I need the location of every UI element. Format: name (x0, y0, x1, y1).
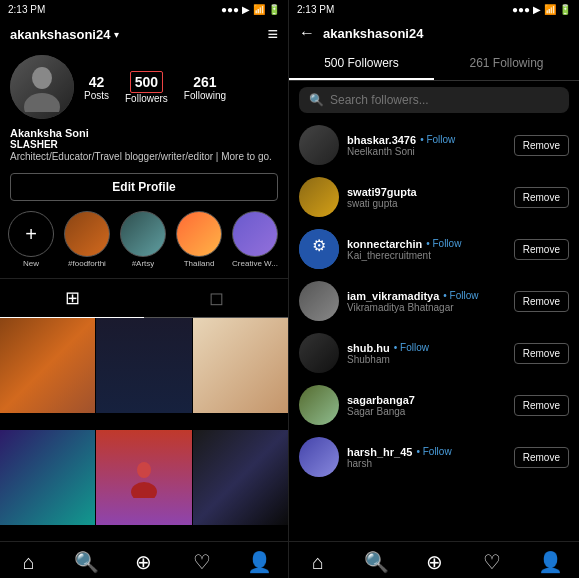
tab-tagged[interactable]: ◻ (144, 279, 288, 318)
right-nav-search[interactable]: 🔍 (347, 550, 405, 574)
follower-username-row: shub.hu • Follow (347, 342, 506, 354)
back-arrow-icon[interactable]: ← (299, 24, 315, 42)
left-bottom-nav: ⌂ 🔍 ⊕ ♡ 👤 (0, 541, 288, 578)
story-label-1: #foodforthi (68, 259, 106, 268)
followers-stat[interactable]: 500 Followers (125, 71, 168, 104)
following-count: 261 (193, 74, 216, 90)
follower-username-row: bhaskar.3476 • Follow (347, 134, 506, 146)
search-input[interactable] (330, 93, 559, 107)
left-status-icons: ●●● ▶ 📶 🔋 (221, 4, 280, 15)
follower-username: iam_vikramaditya (347, 290, 439, 302)
grid-photo-2[interactable] (96, 318, 191, 413)
remove-button[interactable]: Remove (514, 447, 569, 468)
follower-realname: Kai_therecruitment (347, 250, 506, 261)
list-item: iam_vikramaditya • Follow Vikramaditya B… (289, 275, 579, 327)
story-add[interactable]: + New (8, 211, 54, 268)
heart-nav-icon: ♡ (193, 550, 211, 574)
remove-button[interactable]: Remove (514, 291, 569, 312)
add-nav-icon: ⊕ (135, 550, 152, 574)
follower-username-row: sagarbanga7 (347, 394, 506, 406)
nav-heart[interactable]: ♡ (173, 550, 231, 574)
story-img-3 (176, 211, 222, 257)
add-story-circle[interactable]: + (8, 211, 54, 257)
list-item: bhaskar.3476 • Follow Neelkanth Soni Rem… (289, 119, 579, 171)
tab-followers[interactable]: 500 Followers (289, 48, 434, 80)
tab-following[interactable]: 261 Following (434, 48, 579, 80)
right-nav-home[interactable]: ⌂ (289, 550, 347, 574)
edit-profile-button[interactable]: Edit Profile (10, 173, 278, 201)
photo-grid (0, 318, 288, 541)
right-time: 2:13 PM (297, 4, 334, 15)
story-3[interactable]: Thailand (176, 211, 222, 268)
follow-link[interactable]: • Follow (443, 290, 478, 301)
follow-link[interactable]: • Follow (426, 238, 461, 249)
remove-button[interactable]: Remove (514, 135, 569, 156)
story-img-4 (232, 211, 278, 257)
follower-username: konnectarchin (347, 238, 422, 250)
grid-photo-5[interactable] (96, 430, 191, 525)
follow-link[interactable]: • Follow (394, 342, 429, 353)
story-new-label: New (23, 259, 39, 268)
bio-tag: SLASHER (10, 139, 278, 150)
stories-row: + New #foodforthi #Artsy Thailand Creati… (0, 205, 288, 274)
bio-name: Akanksha Soni (10, 127, 278, 139)
nav-home[interactable]: ⌂ (0, 550, 58, 574)
grid-photo-4[interactable] (0, 430, 95, 525)
svg-point-0 (32, 67, 52, 89)
right-status-bar: 2:13 PM ●●● ▶ 📶 🔋 (289, 0, 579, 18)
right-search-icon: 🔍 (364, 550, 389, 574)
remove-button[interactable]: Remove (514, 395, 569, 416)
story-1[interactable]: #foodforthi (64, 211, 110, 268)
followers-label: Followers (125, 93, 168, 104)
story-img-2 (120, 211, 166, 257)
list-item: shub.hu • Follow Shubham Remove (289, 327, 579, 379)
story-4[interactable]: Creative W... (232, 211, 278, 268)
story-2[interactable]: #Artsy (120, 211, 166, 268)
right-heart-icon: ♡ (483, 550, 501, 574)
left-username: akankshasoni24 (10, 27, 110, 42)
story-label-4: Creative W... (232, 259, 278, 268)
avatar: ⚙ (299, 229, 339, 269)
follow-link[interactable]: • Follow (416, 446, 451, 457)
search-nav-icon: 🔍 (74, 550, 99, 574)
grid-photo-1[interactable] (0, 318, 95, 413)
remove-button[interactable]: Remove (514, 187, 569, 208)
following-stat[interactable]: 261 Following (184, 74, 226, 101)
follower-username: harsh_hr_45 (347, 446, 412, 458)
header-icons: ≡ (267, 24, 278, 45)
grid-photo-3[interactable] (193, 318, 288, 413)
avatar (299, 177, 339, 217)
follower-realname: Vikramaditya Bhatnagar (347, 302, 506, 313)
chevron-down-icon[interactable]: ▾ (114, 29, 119, 40)
profile-nav-icon: 👤 (247, 550, 272, 574)
search-icon: 🔍 (309, 93, 324, 107)
right-nav-heart[interactable]: ♡ (463, 550, 521, 574)
tab-grid[interactable]: ⊞ (0, 279, 144, 318)
grid-photo-6[interactable] (193, 430, 288, 525)
follower-username: bhaskar.3476 (347, 134, 416, 146)
follow-link[interactable]: • Follow (420, 134, 455, 145)
right-home-icon: ⌂ (312, 551, 324, 574)
right-nav-add[interactable]: ⊕ (405, 550, 463, 574)
menu-icon[interactable]: ≡ (267, 24, 278, 45)
nav-add[interactable]: ⊕ (115, 550, 173, 574)
content-tabs: ⊞ ◻ (0, 278, 288, 318)
svg-point-2 (137, 462, 151, 478)
follower-realname: Neelkanth Soni (347, 146, 506, 157)
stats-row: 42 Posts 500 Followers 261 Following (84, 71, 226, 104)
svg-point-3 (131, 482, 157, 498)
nav-search[interactable]: 🔍 (58, 550, 116, 574)
follower-info: swati97gupta swati gupta (347, 186, 506, 209)
remove-button[interactable]: Remove (514, 239, 569, 260)
follower-info: konnectarchin • Follow Kai_therecruitmen… (347, 238, 506, 261)
remove-button[interactable]: Remove (514, 343, 569, 364)
list-item: ⚙ konnectarchin • Follow Kai_therecruitm… (289, 223, 579, 275)
right-nav-profile[interactable]: 👤 (521, 550, 579, 574)
posts-label: Posts (84, 90, 109, 101)
story-label-3: Thailand (184, 259, 215, 268)
avatar (299, 437, 339, 477)
nav-profile[interactable]: 👤 (230, 550, 288, 574)
follower-info: bhaskar.3476 • Follow Neelkanth Soni (347, 134, 506, 157)
posts-stat: 42 Posts (84, 74, 109, 101)
avatar-image (10, 55, 74, 119)
